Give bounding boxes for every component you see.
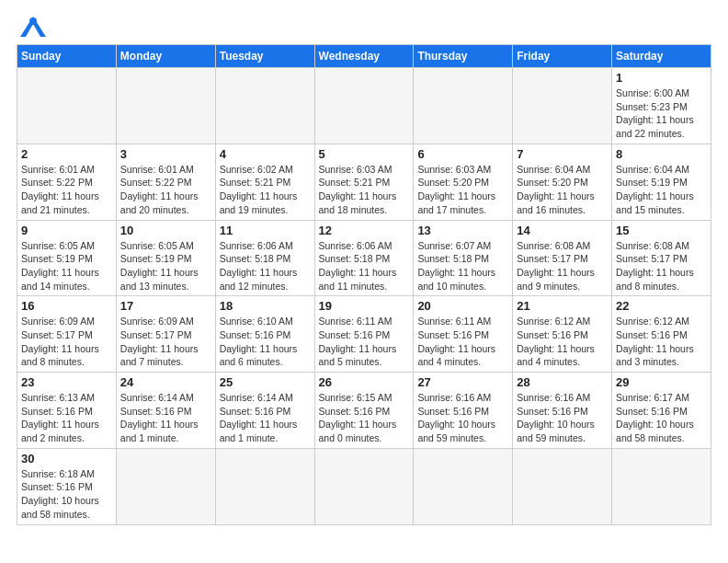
- calendar-cell: 25Sunrise: 6:14 AM Sunset: 5:16 PM Dayli…: [215, 373, 314, 449]
- calendar-cell: 26Sunrise: 6:15 AM Sunset: 5:16 PM Dayli…: [314, 373, 414, 449]
- day-number: 9: [21, 224, 112, 237]
- day-info: Sunrise: 6:15 AM Sunset: 5:16 PM Dayligh…: [319, 391, 410, 445]
- calendar-cell: 24Sunrise: 6:14 AM Sunset: 5:16 PM Dayli…: [116, 373, 215, 449]
- calendar-cell: 23Sunrise: 6:13 AM Sunset: 5:16 PM Dayli…: [17, 373, 117, 449]
- calendar-cell: 15Sunrise: 6:08 AM Sunset: 5:17 PM Dayli…: [612, 220, 711, 296]
- day-info: Sunrise: 6:14 AM Sunset: 5:16 PM Dayligh…: [120, 391, 211, 445]
- day-number: 24: [120, 375, 211, 389]
- calendar-cell: [414, 68, 513, 144]
- calendar-week-1: 2Sunrise: 6:01 AM Sunset: 5:22 PM Daylig…: [17, 144, 711, 220]
- day-info: Sunrise: 6:12 AM Sunset: 5:16 PM Dayligh…: [517, 315, 608, 369]
- day-info: Sunrise: 6:16 AM Sunset: 5:16 PM Dayligh…: [417, 391, 508, 445]
- calendar-cell: 10Sunrise: 6:05 AM Sunset: 5:19 PM Dayli…: [116, 220, 215, 296]
- day-number: 19: [319, 299, 410, 313]
- calendar-header-row: SundayMondayTuesdayWednesdayThursdayFrid…: [17, 45, 711, 68]
- svg-point-2: [29, 17, 37, 25]
- calendar-cell: 1Sunrise: 6:00 AM Sunset: 5:23 PM Daylig…: [612, 68, 711, 144]
- day-number: 14: [517, 224, 608, 237]
- day-number: 12: [319, 224, 410, 237]
- calendar-cell: [612, 448, 711, 524]
- calendar-cell: 2Sunrise: 6:01 AM Sunset: 5:22 PM Daylig…: [17, 144, 117, 220]
- day-info: Sunrise: 6:03 AM Sunset: 5:20 PM Dayligh…: [417, 163, 508, 217]
- calendar-cell: 6Sunrise: 6:03 AM Sunset: 5:20 PM Daylig…: [414, 144, 513, 220]
- col-header-sunday: Sunday: [17, 45, 117, 68]
- col-header-friday: Friday: [513, 45, 612, 68]
- calendar-cell: [215, 68, 314, 144]
- calendar-cell: [513, 68, 612, 144]
- calendar-cell: [314, 68, 414, 144]
- calendar-cell: [17, 68, 117, 144]
- logo-icon: [20, 17, 46, 37]
- day-number: 23: [21, 375, 112, 389]
- calendar-cell: [513, 448, 612, 524]
- calendar-cell: 30Sunrise: 6:18 AM Sunset: 5:16 PM Dayli…: [17, 448, 117, 524]
- day-info: Sunrise: 6:16 AM Sunset: 5:16 PM Dayligh…: [517, 391, 608, 445]
- col-header-monday: Monday: [116, 45, 215, 68]
- day-info: Sunrise: 6:18 AM Sunset: 5:16 PM Dayligh…: [21, 467, 112, 522]
- logo: [17, 17, 46, 37]
- calendar-cell: 21Sunrise: 6:12 AM Sunset: 5:16 PM Dayli…: [513, 296, 612, 373]
- day-info: Sunrise: 6:09 AM Sunset: 5:17 PM Dayligh…: [21, 315, 112, 369]
- day-info: Sunrise: 6:07 AM Sunset: 5:18 PM Dayligh…: [417, 239, 508, 293]
- day-info: Sunrise: 6:09 AM Sunset: 5:17 PM Dayligh…: [120, 315, 211, 369]
- day-number: 25: [220, 375, 311, 389]
- calendar-cell: 27Sunrise: 6:16 AM Sunset: 5:16 PM Dayli…: [414, 373, 513, 449]
- day-number: 16: [21, 299, 112, 313]
- day-number: 4: [220, 147, 311, 161]
- calendar-week-0: 1Sunrise: 6:00 AM Sunset: 5:23 PM Daylig…: [17, 68, 711, 144]
- day-number: 17: [120, 299, 211, 313]
- calendar-week-2: 9Sunrise: 6:05 AM Sunset: 5:19 PM Daylig…: [17, 220, 711, 296]
- calendar-cell: 9Sunrise: 6:05 AM Sunset: 5:19 PM Daylig…: [17, 220, 117, 296]
- header: [17, 17, 711, 37]
- day-info: Sunrise: 6:13 AM Sunset: 5:16 PM Dayligh…: [21, 391, 112, 445]
- day-number: 26: [319, 375, 410, 389]
- col-header-thursday: Thursday: [414, 45, 513, 68]
- col-header-tuesday: Tuesday: [215, 45, 314, 68]
- calendar-cell: 12Sunrise: 6:06 AM Sunset: 5:18 PM Dayli…: [314, 220, 414, 296]
- day-number: 1: [616, 71, 707, 85]
- col-header-saturday: Saturday: [612, 45, 711, 68]
- day-info: Sunrise: 6:01 AM Sunset: 5:22 PM Dayligh…: [120, 163, 211, 217]
- day-info: Sunrise: 6:10 AM Sunset: 5:16 PM Dayligh…: [220, 315, 311, 369]
- day-info: Sunrise: 6:12 AM Sunset: 5:16 PM Dayligh…: [616, 315, 707, 369]
- calendar-cell: [116, 68, 215, 144]
- day-number: 18: [220, 299, 311, 313]
- calendar-week-3: 16Sunrise: 6:09 AM Sunset: 5:17 PM Dayli…: [17, 296, 711, 373]
- calendar-cell: 28Sunrise: 6:16 AM Sunset: 5:16 PM Dayli…: [513, 373, 612, 449]
- calendar-cell: 7Sunrise: 6:04 AM Sunset: 5:20 PM Daylig…: [513, 144, 612, 220]
- day-info: Sunrise: 6:14 AM Sunset: 5:16 PM Dayligh…: [220, 391, 311, 445]
- calendar-cell: 16Sunrise: 6:09 AM Sunset: 5:17 PM Dayli…: [17, 296, 117, 373]
- day-info: Sunrise: 6:08 AM Sunset: 5:17 PM Dayligh…: [517, 239, 608, 293]
- day-info: Sunrise: 6:11 AM Sunset: 5:16 PM Dayligh…: [417, 315, 508, 369]
- calendar-cell: 5Sunrise: 6:03 AM Sunset: 5:21 PM Daylig…: [314, 144, 414, 220]
- calendar-cell: [414, 448, 513, 524]
- day-number: 7: [517, 147, 608, 161]
- day-number: 13: [417, 224, 508, 237]
- day-number: 6: [417, 147, 508, 161]
- day-number: 3: [120, 147, 211, 161]
- day-number: 2: [21, 147, 112, 161]
- calendar-cell: 19Sunrise: 6:11 AM Sunset: 5:16 PM Dayli…: [314, 296, 414, 373]
- day-number: 8: [616, 147, 707, 161]
- day-info: Sunrise: 6:04 AM Sunset: 5:20 PM Dayligh…: [517, 163, 608, 217]
- page: SundayMondayTuesdayWednesdayThursdayFrid…: [0, 0, 728, 563]
- day-info: Sunrise: 6:01 AM Sunset: 5:22 PM Dayligh…: [21, 163, 112, 217]
- day-number: 10: [120, 224, 211, 237]
- day-number: 15: [616, 224, 707, 237]
- calendar-cell: 8Sunrise: 6:04 AM Sunset: 5:19 PM Daylig…: [612, 144, 711, 220]
- calendar-week-5: 30Sunrise: 6:18 AM Sunset: 5:16 PM Dayli…: [17, 448, 711, 524]
- day-number: 21: [517, 299, 608, 313]
- day-number: 27: [417, 375, 508, 389]
- day-number: 28: [517, 375, 608, 389]
- day-number: 30: [21, 452, 112, 465]
- calendar-cell: 11Sunrise: 6:06 AM Sunset: 5:18 PM Dayli…: [215, 220, 314, 296]
- day-number: 11: [220, 224, 311, 237]
- calendar-cell: 3Sunrise: 6:01 AM Sunset: 5:22 PM Daylig…: [116, 144, 215, 220]
- col-header-wednesday: Wednesday: [314, 45, 414, 68]
- calendar-cell: [215, 448, 314, 524]
- calendar-cell: 18Sunrise: 6:10 AM Sunset: 5:16 PM Dayli…: [215, 296, 314, 373]
- calendar-cell: 13Sunrise: 6:07 AM Sunset: 5:18 PM Dayli…: [414, 220, 513, 296]
- day-info: Sunrise: 6:04 AM Sunset: 5:19 PM Dayligh…: [616, 163, 707, 217]
- day-info: Sunrise: 6:06 AM Sunset: 5:18 PM Dayligh…: [319, 239, 410, 293]
- day-info: Sunrise: 6:11 AM Sunset: 5:16 PM Dayligh…: [319, 315, 410, 369]
